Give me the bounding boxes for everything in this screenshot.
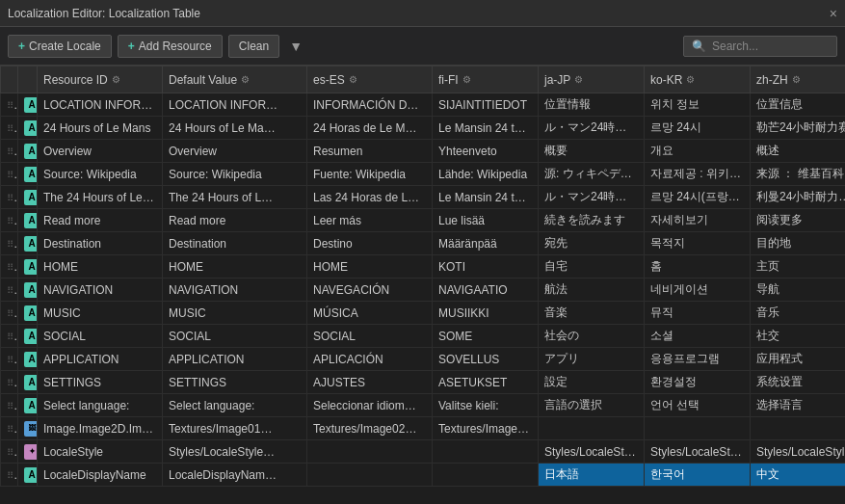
table-row[interactable]: ⠿AAPPLICATIONAPPLICATIONAPLICACIÓNSOVELL… <box>1 348 846 371</box>
es-ES-cell[interactable]: HOME <box>307 255 433 279</box>
zh-ZH-cell[interactable]: 中文 <box>751 464 846 487</box>
zh-ZH-cell[interactable]: 概述 <box>751 140 846 163</box>
default-value-cell[interactable]: LOCATION INFOR… <box>163 93 307 117</box>
table-row[interactable]: ⠿ANAVIGATIONNAVIGATIONNAVEGACIÓNNAVIGAAT… <box>1 279 846 302</box>
drag-handle[interactable]: ⠿ <box>1 371 18 394</box>
ja-JP-cell[interactable]: 社会の <box>539 325 645 348</box>
table-row[interactable]: ⠿ALocaleDisplayNameLocaleDisplayNam…日本語한… <box>1 464 846 487</box>
es-ES-cell[interactable]: APLICACIÓN <box>307 348 433 371</box>
zh-ZH-cell[interactable]: 目的地 <box>751 232 846 255</box>
es-ES-cell[interactable]: Textures/Image02… <box>307 417 433 440</box>
close-button[interactable]: × <box>830 6 837 21</box>
es-ES-cell[interactable]: SOCIAL <box>307 325 433 348</box>
ja-JP-cell[interactable]: 航法 <box>539 279 645 302</box>
table-row[interactable]: ⠿ALOCATION INFORMA…LOCATION INFOR…INFORM… <box>1 93 846 117</box>
ko-KR-cell[interactable] <box>645 417 751 440</box>
drag-handle[interactable]: ⠿ <box>1 117 18 140</box>
ja-JP-cell[interactable]: 源: ウィキペディア <box>539 163 645 186</box>
fi-FI-cell[interactable]: Valitse kieli: <box>433 394 539 417</box>
drag-handle[interactable]: ⠿ <box>1 255 18 279</box>
ja-JP-cell[interactable]: ル・マン24時間レース <box>539 117 645 140</box>
table-row[interactable]: ⠿ASETTINGSSETTINGSAJUSTESASETUKSET設定환경설정… <box>1 371 846 394</box>
ja-JP-cell[interactable]: 続きを読みます <box>539 209 645 232</box>
default-value-cell[interactable]: LocaleDisplayNam… <box>163 464 307 487</box>
drag-handle[interactable]: ⠿ <box>1 325 18 348</box>
zh-ZH-cell[interactable]: 阅读更多 <box>751 209 846 232</box>
fi-FI-cell[interactable]: Textures/Image03… <box>433 417 539 440</box>
default-value-cell[interactable]: SETTINGS <box>163 371 307 394</box>
filter-icon[interactable]: ▼ <box>285 35 306 58</box>
resource-id-cell[interactable]: Read more <box>38 209 163 232</box>
ko-KR-cell[interactable]: 뮤직 <box>645 302 751 325</box>
ko-KR-cell[interactable]: 개요 <box>645 140 751 163</box>
drag-handle[interactable]: ⠿ <box>1 417 18 440</box>
resource-id-cell[interactable]: Overview <box>38 140 163 163</box>
zh-ZH-cell[interactable]: 音乐 <box>751 302 846 325</box>
es-ES-cell[interactable]: Resumen <box>307 140 433 163</box>
table-row[interactable]: ⠿ASOCIALSOCIALSOCIALSOME社会の소셜社交 <box>1 325 846 348</box>
ko-KR-cell[interactable]: 언어 선택 <box>645 394 751 417</box>
ja-JP-cell[interactable]: ル・マン24時間レース（ <box>539 186 645 209</box>
default-value-cell[interactable]: MUSIC <box>163 302 307 325</box>
col-default-value[interactable]: Default Value ⚙ <box>163 66 307 93</box>
drag-handle[interactable]: ⠿ <box>1 279 18 302</box>
fi-FI-cell[interactable]: Lue lisää <box>433 209 539 232</box>
fi-FI-cell[interactable]: SOME <box>433 325 539 348</box>
resource-id-cell[interactable]: APPLICATION <box>38 348 163 371</box>
table-row[interactable]: ⠿ASource: WikipediaSource: WikipediaFuen… <box>1 163 846 186</box>
es-ES-cell[interactable] <box>307 440 433 464</box>
ko-KR-cell[interactable]: 네비게이션 <box>645 279 751 302</box>
zh-ZH-cell[interactable]: Styles/LocaleStyle-zh <box>751 440 846 464</box>
es-ES-cell[interactable]: Destino <box>307 232 433 255</box>
fi-FI-cell[interactable]: MUSIIKKI <box>433 302 539 325</box>
resource-id-cell[interactable]: Image.Image2D.Imag… <box>38 417 163 440</box>
ja-JP-cell[interactable]: アプリ <box>539 348 645 371</box>
table-row[interactable]: ⠿AThe 24 Hours of Le M…The 24 Hours of L… <box>1 186 846 209</box>
fi-FI-cell[interactable]: ASETUKSET <box>433 371 539 394</box>
zh-ZH-cell[interactable]: 利曼24小时耐力赛（ <box>751 186 846 209</box>
col-zh-ZH[interactable]: zh-ZH ⚙ <box>751 66 846 93</box>
default-value-cell[interactable]: NAVIGATION <box>163 279 307 302</box>
table-row[interactable]: ⠿AHOMEHOMEHOMEKOTI自宅홈主页 <box>1 255 846 279</box>
resource-id-cell[interactable]: LocaleDisplayName <box>38 464 163 487</box>
resource-id-cell[interactable]: MUSIC <box>38 302 163 325</box>
zh-ZH-cell[interactable]: 应用程式 <box>751 348 846 371</box>
es-ES-cell[interactable]: Fuente: Wikipedia <box>307 163 433 186</box>
fi-FI-cell[interactable]: SIJAINTITIEDOT <box>433 93 539 117</box>
default-value-cell[interactable]: Read more <box>163 209 307 232</box>
es-ES-cell[interactable]: MÚSICA <box>307 302 433 325</box>
col-resource-id[interactable]: Resource ID ⚙ <box>38 66 163 93</box>
default-value-cell[interactable]: HOME <box>163 255 307 279</box>
default-value-cell[interactable]: Styles/LocaleStyle… <box>163 440 307 464</box>
ja-JP-cell[interactable]: 日本語 <box>539 464 645 487</box>
zh-ZH-cell[interactable]: 社交 <box>751 325 846 348</box>
resource-id-cell[interactable]: SOCIAL <box>38 325 163 348</box>
fi-FI-cell[interactable]: Yhteenveto <box>433 140 539 163</box>
ja-JP-cell[interactable]: 概要 <box>539 140 645 163</box>
ko-KR-cell[interactable]: 자료제공 : 위키백과 <box>645 163 751 186</box>
ko-KR-cell[interactable]: 르망 24시 <box>645 117 751 140</box>
table-row[interactable]: ⠿✦LocaleStyleStyles/LocaleStyle…Styles/L… <box>1 440 846 464</box>
ja-JP-cell[interactable]: 自宅 <box>539 255 645 279</box>
ko-KR-cell[interactable]: 환경설정 <box>645 371 751 394</box>
ja-JP-cell[interactable]: Styles/LocaleStyle-jp <box>539 440 645 464</box>
fi-FI-cell[interactable]: KOTI <box>433 255 539 279</box>
fi-FI-cell[interactable]: SOVELLUS <box>433 348 539 371</box>
ko-KR-cell[interactable]: Styles/LocaleStyle-kr <box>645 440 751 464</box>
ja-JP-cell[interactable] <box>539 417 645 440</box>
fi-FI-cell[interactable]: Le Mansin 24 tunr… <box>433 186 539 209</box>
default-value-cell[interactable]: SOCIAL <box>163 325 307 348</box>
col-ja-JP[interactable]: ja-JP ⚙ <box>539 66 645 93</box>
drag-handle[interactable]: ⠿ <box>1 232 18 255</box>
drag-handle[interactable]: ⠿ <box>1 163 18 186</box>
resource-id-cell[interactable]: LOCATION INFORMA… <box>38 93 163 117</box>
resource-id-cell[interactable]: The 24 Hours of Le M… <box>38 186 163 209</box>
resource-id-cell[interactable]: Destination <box>38 232 163 255</box>
table-row[interactable]: ⠿A24 Hours of Le Mans24 Hours of Le Ma…2… <box>1 117 846 140</box>
search-input[interactable] <box>712 40 828 53</box>
drag-handle[interactable]: ⠿ <box>1 140 18 163</box>
default-value-cell[interactable]: Textures/Image01… <box>163 417 307 440</box>
resource-id-cell[interactable]: HOME <box>38 255 163 279</box>
table-row[interactable]: ⠿ARead moreRead moreLeer másLue lisää続きを… <box>1 209 846 232</box>
ko-KR-cell[interactable]: 자세히보기 <box>645 209 751 232</box>
